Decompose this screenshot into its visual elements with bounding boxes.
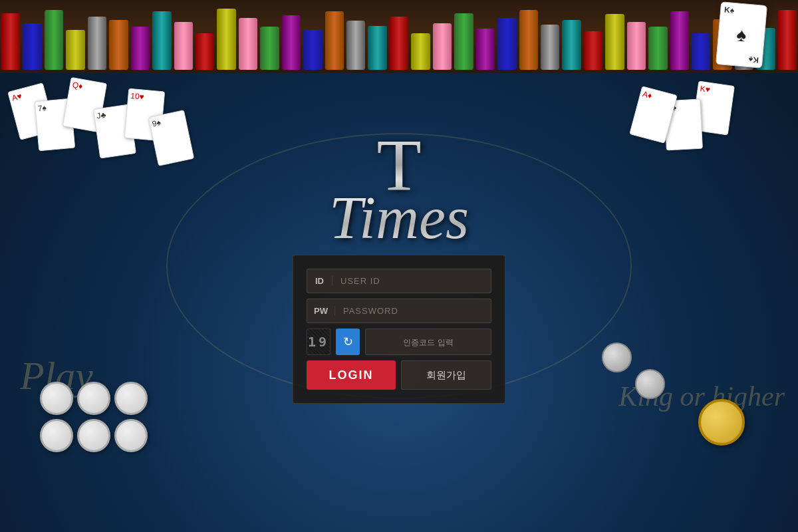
captcha-image: 8199 xyxy=(307,329,331,355)
register-button[interactable]: 회원가입 xyxy=(401,360,491,390)
password-input[interactable] xyxy=(335,299,491,323)
id-input-row: ID xyxy=(307,269,491,293)
captcha-code: 8199 xyxy=(307,334,331,350)
refresh-icon: ↻ xyxy=(343,334,353,349)
captcha-refresh-button[interactable]: ↻ xyxy=(336,329,360,355)
captcha-row: 8199 ↻ xyxy=(307,329,491,355)
logo-area: T Times xyxy=(329,128,469,248)
userid-input[interactable] xyxy=(332,269,491,293)
login-box: ID PW 8199 ↻ LOGIN 회원가입 xyxy=(293,255,505,404)
captcha-input[interactable] xyxy=(365,329,491,355)
login-button[interactable]: LOGIN xyxy=(307,360,396,390)
logo-name: Times xyxy=(329,188,469,248)
id-label: ID xyxy=(307,276,332,286)
pw-input-row: PW xyxy=(307,299,491,323)
pw-label: PW xyxy=(307,306,335,316)
buttons-row: LOGIN 회원가입 xyxy=(307,360,491,390)
main-content: T Times ID PW 8199 ↻ xyxy=(0,0,798,532)
